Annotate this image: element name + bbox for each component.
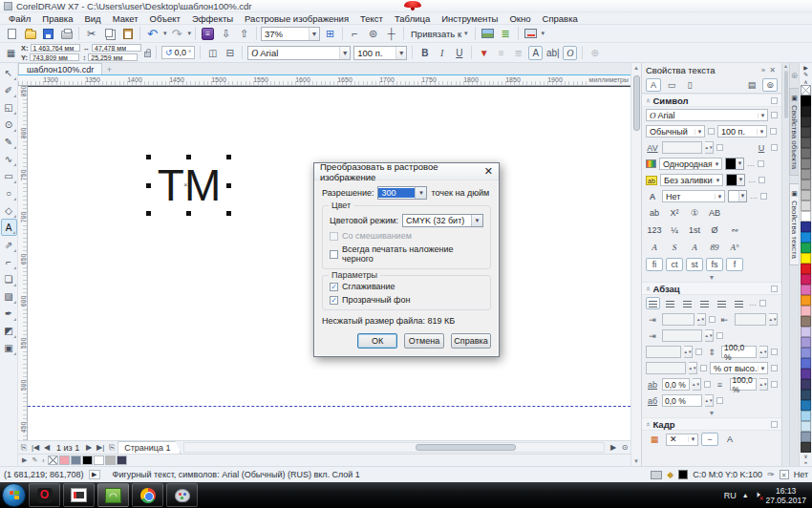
italic-button[interactable]: I — [435, 46, 449, 60]
freehand-tool[interactable]: ✎ — [1, 133, 17, 150]
section-checkbox[interactable] — [771, 97, 778, 104]
menu-item[interactable]: Правка — [36, 13, 78, 24]
color-swatch[interactable] — [801, 106, 811, 116]
chevron-down-icon[interactable]: ▼ — [712, 161, 721, 167]
stylistic-set-button[interactable]: 89 — [706, 241, 723, 254]
align-baseline-button[interactable]: A — [721, 433, 738, 446]
color-swatch[interactable] — [801, 421, 811, 432]
undo-button[interactable]: ↶ — [144, 26, 160, 41]
dithered-checkbox[interactable]: Со смешиванием — [330, 231, 483, 241]
opentype-feature-button[interactable]: 123 — [646, 223, 663, 237]
menu-item[interactable]: Вид — [78, 13, 106, 24]
spinner[interactable]: ▲▼ — [697, 313, 706, 326]
section-expander-icon[interactable]: ▼ — [642, 273, 781, 282]
menu-item[interactable]: Справка — [537, 13, 584, 24]
spinner[interactable]: ▲▼ — [759, 378, 768, 391]
tab-character[interactable]: А — [646, 78, 661, 92]
color-swatch[interactable] — [801, 411, 811, 421]
selection-handle[interactable] — [146, 183, 151, 188]
guideline-dashed[interactable] — [28, 406, 630, 407]
size-combo[interactable]: 100 п. ▼ — [717, 125, 767, 138]
color-swatch[interactable] — [801, 85, 811, 95]
taskbar-app-image-viewer[interactable] — [63, 483, 95, 507]
row-checkbox[interactable] — [771, 144, 778, 151]
text-alignment-button[interactable]: ▼ — [477, 46, 491, 60]
align-none-button[interactable] — [646, 297, 660, 309]
character-effect-button[interactable]: X² — [666, 206, 683, 220]
fill-color-swatch[interactable]: ▼ — [725, 158, 744, 170]
zoom-level-combo[interactable]: 37% ▼ — [261, 27, 320, 41]
stylistic-set-button[interactable]: A° — [726, 241, 743, 254]
dimension-tool[interactable]: ⇗ — [1, 236, 17, 253]
row-checkbox[interactable] — [760, 193, 767, 200]
color-mode-combo[interactable]: CMYK (32 бит) ▼ — [402, 214, 483, 227]
page-tab[interactable]: Страница 1 — [118, 441, 181, 454]
scroll-up-icon[interactable]: ▲ — [783, 63, 788, 69]
volume-muted-icon[interactable]: 🕨 — [755, 490, 760, 500]
row-checkbox[interactable] — [704, 381, 711, 388]
language-spacing-field[interactable]: 0,0 % — [662, 394, 702, 407]
copy-button[interactable] — [101, 26, 118, 41]
add-page-icon[interactable]: ⎘ — [18, 443, 30, 453]
chevron-down-icon[interactable]: ▼ — [415, 187, 426, 199]
object-width-field[interactable]: 47,478 мм — [92, 44, 141, 52]
outline-color-swatch[interactable]: ▼ — [728, 190, 747, 202]
section-frame[interactable]: « Кадр — [642, 417, 781, 431]
font-size-combo[interactable]: 100 п. ▼ — [353, 46, 407, 60]
collapse-icon[interactable]: « — [644, 422, 652, 426]
show-grid-button[interactable]: ⊚ — [365, 26, 381, 41]
chevron-down-icon[interactable]: ▼ — [339, 47, 350, 59]
align-center-button[interactable] — [680, 297, 694, 309]
chevron-down-icon[interactable]: ▼ — [694, 129, 704, 135]
color-swatch[interactable] — [82, 455, 93, 465]
y-position-field[interactable]: 743,809 мм — [30, 53, 79, 61]
docker-scrollbar[interactable]: ▲ — [781, 63, 789, 466]
character-effect-button[interactable]: ab — [646, 206, 663, 220]
row-checkbox[interactable] — [759, 177, 765, 183]
color-swatch[interactable] — [801, 180, 811, 190]
lock-ratio-icon[interactable] — [144, 52, 151, 57]
selection-handle[interactable] — [146, 155, 151, 159]
spinner[interactable]: ▲▼ — [705, 141, 714, 154]
color-swatch[interactable] — [801, 400, 811, 411]
font-combo[interactable]: O Arial ▼ — [646, 109, 768, 121]
ligature-button[interactable]: ct — [666, 258, 683, 271]
menu-item[interactable]: Файл — [3, 13, 36, 24]
fill-settings-button[interactable]: … — [747, 159, 755, 168]
outline-none-swatch[interactable]: ✕ — [780, 470, 789, 479]
menu-item[interactable]: Эффекты — [186, 13, 239, 24]
vertical-scrollbar[interactable]: ▲ ▼ — [630, 63, 641, 466]
palette-flyout-icon[interactable]: ▶ — [803, 64, 808, 71]
zoom-tool[interactable]: ⊙ — [1, 116, 17, 133]
color-swatch[interactable] — [801, 358, 811, 369]
spinner[interactable]: ▲▼ — [693, 378, 701, 391]
redo-button[interactable]: ↷ — [169, 26, 185, 41]
row-checkbox[interactable] — [716, 332, 723, 339]
row-checkbox[interactable] — [709, 316, 716, 323]
text-direction-button[interactable]: ab| — [545, 46, 560, 60]
summary-icon[interactable]: ▤ — [744, 78, 759, 92]
stylistic-set-button[interactable]: A — [646, 241, 663, 254]
mirror-horizontal-button[interactable]: ◫ — [205, 46, 220, 60]
language-indicator[interactable]: RU — [724, 491, 737, 500]
ligature-button[interactable]: fi — [646, 258, 663, 271]
selection-handle[interactable] — [146, 211, 151, 216]
chevron-down-icon[interactable]: ▼ — [758, 113, 767, 118]
color-swatch[interactable] — [801, 95, 811, 106]
character-effect-button[interactable]: ① — [686, 206, 703, 220]
row-checkbox[interactable] — [758, 160, 764, 167]
align-justify-button[interactable] — [715, 297, 729, 309]
preview-eye-icon[interactable]: ⊚ — [762, 78, 778, 92]
color-swatch[interactable] — [801, 274, 811, 285]
paste-button[interactable] — [119, 26, 136, 41]
options-button[interactable]: ≣ — [498, 26, 514, 41]
section-expander-icon[interactable]: ▼ — [642, 409, 781, 417]
color-swatch[interactable] — [801, 222, 811, 232]
chevron-down-icon[interactable]: ▼ — [758, 366, 767, 371]
chevron-down-icon[interactable]: ▼ — [688, 436, 697, 442]
bulleted-list-button[interactable]: ≡ — [494, 46, 508, 60]
search-content-button[interactable]: ≡ — [200, 26, 216, 41]
chevron-down-icon[interactable]: ▼ — [715, 194, 724, 200]
zoom-scroll-button[interactable]: ⊙ — [619, 443, 630, 452]
outline-settings-button[interactable]: … — [750, 192, 758, 201]
